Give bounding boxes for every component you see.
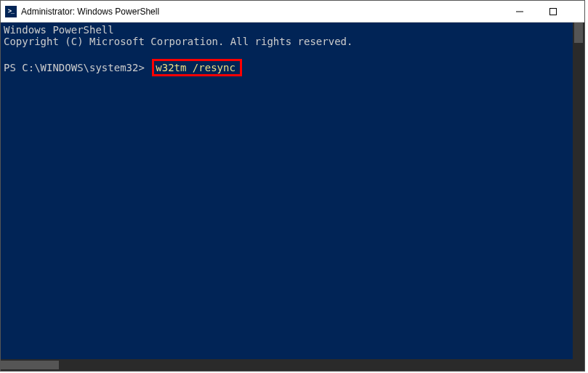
terminal-content[interactable]: Windows PowerShell Copyright (C) Microso… (4, 24, 573, 359)
svg-rect-1 (550, 8, 557, 15)
window-title: Administrator: Windows PowerShell (21, 7, 503, 17)
titlebar[interactable]: Administrator: Windows PowerShell (1, 1, 584, 23)
terminal-copyright-line: Copyright (C) Microsoft Corporation. All… (4, 36, 573, 47)
command-highlight-box: w32tm /resync (152, 59, 242, 76)
command-text: w32tm /resync (156, 62, 235, 73)
vertical-scrollbar-thumb[interactable] (574, 23, 583, 43)
minimize-button[interactable] (503, 1, 536, 22)
window-controls (503, 1, 584, 22)
terminal-area[interactable]: Windows PowerShell Copyright (C) Microso… (1, 23, 584, 371)
horizontal-scrollbar[interactable] (1, 359, 573, 371)
horizontal-scrollbar-thumb[interactable] (1, 361, 59, 369)
powershell-icon (5, 6, 17, 17)
prompt-line: PS C:\WINDOWS\system32> w32tm /resync (4, 59, 573, 76)
prompt-text: PS C:\WINDOWS\system32> (4, 62, 150, 73)
maximize-button[interactable] (536, 1, 570, 22)
close-button[interactable] (570, 1, 584, 22)
powershell-window: Administrator: Windows PowerShell Window… (0, 0, 585, 372)
vertical-scrollbar[interactable] (573, 23, 584, 371)
terminal-header-line: Windows PowerShell (4, 24, 573, 36)
